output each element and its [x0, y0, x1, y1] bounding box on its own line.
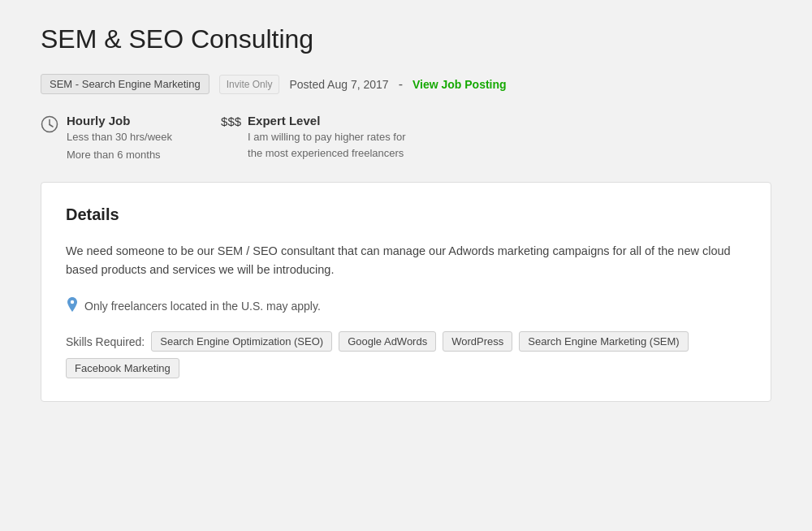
page-container: SEM & SEO Consulting SEM - Search Engine…: [0, 0, 812, 531]
posted-text: Posted Aug 7, 2017: [289, 78, 388, 91]
details-body: We need someone to be our SEM / SEO cons…: [66, 242, 746, 279]
job-type-label: Hourly Job: [67, 114, 172, 127]
dash: -: [399, 77, 403, 92]
category-tag: SEM - Search Engine Marketing: [41, 74, 209, 94]
page-title: SEM & SEO Consulting: [41, 24, 771, 54]
svg-point-3: [71, 300, 74, 304]
location-text: Only freelancers located in the U.S. may…: [84, 300, 321, 313]
location-notice: Only freelancers located in the U.S. may…: [66, 297, 746, 315]
skill-tag-wordpress[interactable]: WordPress: [443, 331, 512, 352]
skill-tag-sem[interactable]: Search Engine Marketing (SEM): [519, 331, 688, 352]
expert-text: Expert Level I am willing to pay higher …: [248, 114, 410, 161]
skills-label: Skills Required:: [66, 335, 145, 348]
details-card: Details We need someone to be our SEM / …: [41, 182, 771, 402]
job-info-row: Hourly Job Less than 30 hrs/week More th…: [41, 114, 771, 162]
job-type-block: Hourly Job Less than 30 hrs/week More th…: [41, 114, 172, 162]
expert-label: Expert Level: [248, 114, 410, 127]
svg-line-2: [50, 125, 53, 127]
expert-block: $$$ Expert Level I am willing to pay hig…: [221, 114, 410, 161]
invite-badge: Invite Only: [219, 75, 280, 94]
details-heading: Details: [66, 205, 746, 224]
expert-description: I am willing to pay higher rates for the…: [248, 129, 410, 161]
skill-tag-seo[interactable]: Search Engine Optimization (SEO): [151, 331, 332, 352]
skill-tag-adwords[interactable]: Google AdWords: [339, 331, 436, 352]
clock-icon: [41, 115, 58, 136]
view-posting-link[interactable]: View Job Posting: [412, 78, 507, 91]
job-type-detail2: More than 6 months: [67, 147, 172, 163]
job-type-detail1: Less than 30 hrs/week: [67, 129, 172, 145]
job-meta-row: SEM - Search Engine Marketing Invite Onl…: [41, 74, 771, 94]
job-type-text: Hourly Job Less than 30 hrs/week More th…: [67, 114, 172, 162]
dollar-signs: $$$: [221, 114, 241, 128]
location-icon: [66, 297, 79, 315]
skill-tag-facebook[interactable]: Facebook Marketing: [66, 358, 179, 378]
skills-row: Skills Required: Search Engine Optimizat…: [66, 331, 746, 378]
